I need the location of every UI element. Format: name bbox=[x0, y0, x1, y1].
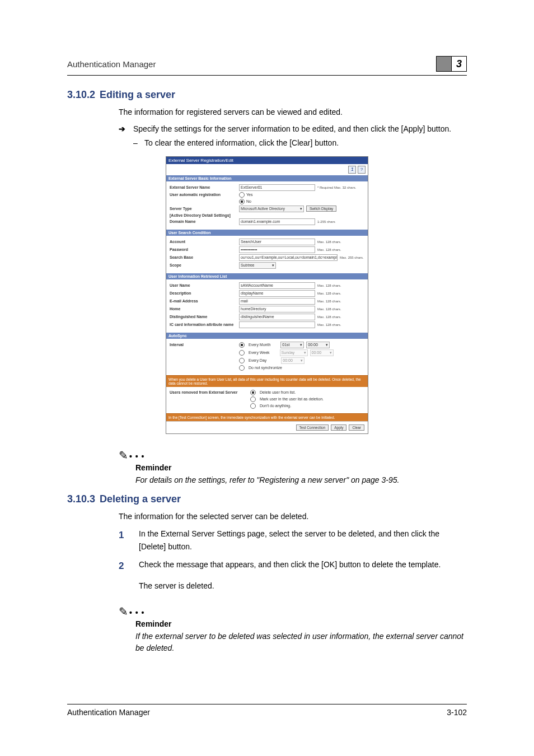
iccard-input[interactable] bbox=[239, 321, 315, 328]
section-heading-edit: 3.10.2Editing a server bbox=[67, 89, 467, 101]
chevron-down-icon: ▾ bbox=[272, 263, 274, 268]
radio-mark-deletion[interactable] bbox=[250, 396, 256, 402]
test-connection-button[interactable]: Test Connection bbox=[296, 424, 329, 431]
note-banner: In the [Test Connection] screen, the imm… bbox=[166, 413, 368, 421]
home-input[interactable]: homeDirectory bbox=[239, 306, 315, 312]
label-removed-users: Users removed from External Server bbox=[170, 390, 248, 394]
password-input[interactable]: •••••••••••• bbox=[239, 246, 315, 253]
step-number: 2 bbox=[119, 558, 139, 573]
dn-input[interactable]: distinguishedName bbox=[239, 314, 315, 320]
footer-title: Authentication Manager bbox=[67, 708, 150, 717]
running-header: Authentication Manager bbox=[67, 59, 156, 69]
reminder-label: Reminder bbox=[135, 463, 467, 472]
arrow-icon: ➔ bbox=[119, 123, 133, 134]
email-input[interactable]: mail bbox=[239, 298, 315, 305]
label-domain: Domain Name bbox=[170, 220, 237, 223]
section-intro-delete: The information for the selected server … bbox=[119, 511, 467, 522]
server-name-input[interactable]: ExtServer01 bbox=[239, 184, 315, 191]
clear-button[interactable]: Clear bbox=[349, 424, 364, 431]
week-day-select: Sunday▾ bbox=[280, 349, 308, 356]
instruction-dash: – To clear the entered information, clic… bbox=[133, 137, 467, 148]
step-2: 2 Check the message that appears, and th… bbox=[119, 558, 467, 573]
radio-every-day[interactable] bbox=[239, 358, 245, 363]
description-input[interactable]: displayName bbox=[239, 290, 315, 297]
label-description: Description bbox=[170, 291, 237, 295]
scope-select[interactable]: Subtree▾ bbox=[239, 262, 276, 269]
chevron-down-icon: ▾ bbox=[300, 207, 302, 211]
header-rule bbox=[67, 75, 467, 76]
user-name-input[interactable]: sAMAccountName bbox=[239, 282, 315, 289]
apply-button[interactable]: Apply bbox=[331, 424, 346, 431]
label-home: Home bbox=[170, 307, 237, 311]
dots-icon: • • • bbox=[129, 608, 144, 617]
account-input[interactable]: SearchUser bbox=[239, 239, 315, 245]
section-intro: The information for registered servers c… bbox=[119, 106, 467, 118]
chapter-number: 3 bbox=[451, 56, 467, 72]
to-top-icon[interactable]: ↥ bbox=[348, 166, 356, 174]
dash-icon: – bbox=[133, 137, 144, 148]
section-search: User Search Condition bbox=[166, 230, 368, 236]
label-server-name: External Server Name bbox=[170, 185, 237, 189]
label-auto-reg: User automatic registration bbox=[170, 193, 237, 197]
month-day-select[interactable]: 01st▾ bbox=[280, 342, 304, 348]
step-number: 1 bbox=[119, 528, 139, 553]
reminder-body: For details on the settings, refer to "R… bbox=[135, 474, 467, 486]
label-search-base: Search Base bbox=[170, 255, 237, 259]
label-server-type: Server Type bbox=[170, 207, 237, 211]
instruction-arrow: ➔ Specify the settings for the server in… bbox=[119, 123, 467, 134]
dialog-title: External Server Registration/Edit bbox=[166, 157, 368, 164]
search-base-input[interactable]: ou=ou1,ou=Example,ou=Local,ou=domain1,dc… bbox=[239, 254, 338, 261]
radio-auto-no[interactable] bbox=[239, 199, 245, 204]
switch-display-button[interactable]: Switch Display bbox=[306, 206, 336, 212]
label-interval: Interval bbox=[170, 343, 237, 347]
label-scope: Scope bbox=[170, 263, 237, 267]
section-heading-delete: 3.10.3Deleting a server bbox=[67, 493, 467, 505]
label-ad-settings: [Active Directory Detail Settings] bbox=[170, 213, 231, 217]
section-retrieved: User Information Retrieved List bbox=[166, 273, 368, 279]
section-basic: External Server Basic Information bbox=[166, 175, 368, 181]
radio-auto-yes[interactable] bbox=[239, 192, 245, 198]
reminder-body: If the external server to be deleted was… bbox=[135, 631, 467, 654]
pencil-icon: ✎ bbox=[119, 605, 128, 618]
reminder-block: ✎• • • Reminder For details on the setti… bbox=[119, 449, 467, 486]
chapter-badge: 3 bbox=[436, 56, 467, 72]
section-autosync: AutoSync bbox=[166, 333, 368, 339]
label-password: Password bbox=[170, 248, 237, 251]
month-time-select[interactable]: 00:00▾ bbox=[306, 342, 330, 348]
week-time-select: 00:00▾ bbox=[310, 349, 334, 356]
step-1: 1 In the External Server Settings page, … bbox=[119, 528, 467, 553]
label-dn: Distinguished Name bbox=[170, 315, 237, 319]
server-type-select[interactable]: Microsoft Active Directory▾ bbox=[239, 206, 304, 212]
warning-banner: When you delete a User from User List, a… bbox=[166, 375, 368, 387]
reminder-block-2: ✎• • • Reminder If the external server t… bbox=[119, 605, 467, 654]
domain-input[interactable]: domain1.example.com bbox=[239, 218, 315, 225]
radio-no-sync[interactable] bbox=[239, 365, 245, 371]
reminder-label: Reminder bbox=[135, 619, 467, 628]
label-email: E-mail Address bbox=[170, 299, 237, 303]
help-icon[interactable]: ? bbox=[358, 166, 366, 174]
label-account: Account bbox=[170, 240, 237, 244]
day-time-select: 00:00▾ bbox=[281, 357, 305, 364]
pencil-icon: ✎ bbox=[119, 449, 128, 461]
radio-delete-user[interactable] bbox=[250, 390, 256, 395]
radio-every-month[interactable] bbox=[239, 342, 245, 348]
radio-do-nothing[interactable] bbox=[250, 403, 256, 409]
footer-page-number: 3-102 bbox=[447, 708, 467, 717]
dialog-screenshot: External Server Registration/Edit ↥ ? Ex… bbox=[166, 156, 368, 434]
step-result: The server is deleted. bbox=[139, 581, 467, 590]
label-iccard: IC card information attribute name bbox=[170, 323, 237, 326]
radio-every-week[interactable] bbox=[239, 350, 245, 356]
dots-icon: • • • bbox=[129, 452, 144, 461]
label-user-name: User Name bbox=[170, 283, 237, 287]
